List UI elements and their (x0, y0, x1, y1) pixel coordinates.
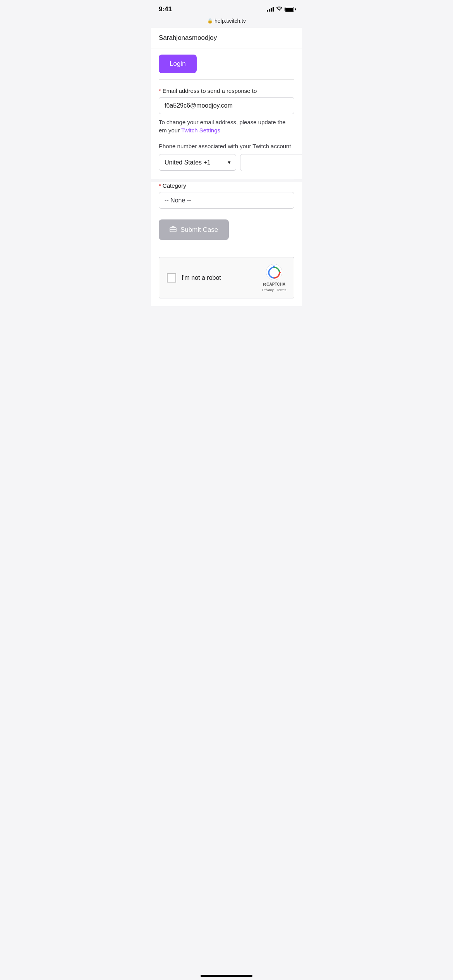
lock-icon: 🔒 (207, 18, 213, 24)
battery-icon (285, 7, 294, 12)
email-label: * Email address to send a response to (159, 87, 294, 94)
briefcase-icon (170, 226, 177, 234)
recaptcha-logo-icon (266, 264, 283, 281)
login-section: Login (151, 48, 302, 79)
email-value: f6a529c6@moodjoy.com (159, 97, 294, 114)
phone-row: United States +1 ▼ (159, 154, 294, 171)
twitch-settings-link[interactable]: Twitch Settings (181, 127, 220, 134)
recaptcha-section: I'm not a robot reCAPTCHA Privacy - Term… (151, 249, 302, 306)
signal-icon (267, 7, 274, 12)
required-star-category: * (159, 182, 161, 189)
recaptcha-checkbox[interactable] (167, 273, 176, 283)
email-label-text: Email address to send a response to (163, 87, 257, 94)
email-section: * Email address to send a response to f6… (151, 80, 302, 134)
url-bar: 🔒 help.twitch.tv (151, 16, 302, 28)
phone-section: Phone number associated with your Twitch… (151, 142, 302, 179)
country-select-wrapper: United States +1 ▼ (159, 154, 236, 171)
submit-case-button[interactable]: Submit Case (159, 219, 229, 240)
email-helper-text: To change your email address, please upd… (159, 118, 294, 134)
username-input[interactable] (159, 34, 294, 42)
recaptcha-links: Privacy - Terms (262, 288, 286, 292)
username-section (151, 28, 302, 48)
phone-number-input[interactable] (240, 154, 302, 171)
category-label: * Category (159, 182, 294, 189)
recaptcha-privacy-link[interactable]: Privacy (262, 288, 274, 292)
recaptcha-label: I'm not a robot (182, 274, 221, 281)
recaptcha-right: reCAPTCHA Privacy - Terms (262, 264, 286, 292)
status-time: 9:41 (159, 5, 172, 13)
status-icons (267, 6, 294, 13)
recaptcha-terms-link[interactable]: Terms (277, 288, 287, 292)
category-select-wrapper: -- None -- (159, 192, 294, 209)
category-section: * Category -- None -- (151, 182, 302, 216)
country-select[interactable]: United States +1 (159, 154, 236, 171)
category-select[interactable]: -- None -- (159, 192, 294, 209)
status-bar: 9:41 (151, 0, 302, 16)
wifi-icon (276, 6, 282, 13)
recaptcha-left: I'm not a robot (167, 273, 221, 283)
category-label-text: Category (163, 182, 186, 189)
phone-label: Phone number associated with your Twitch… (159, 142, 294, 150)
submit-section: Submit Case (151, 216, 302, 249)
login-button[interactable]: Login (159, 55, 197, 73)
submit-case-label: Submit Case (180, 226, 218, 234)
required-star-email: * (159, 87, 161, 94)
url-text: help.twitch.tv (214, 18, 246, 24)
recaptcha-brand: reCAPTCHA (263, 282, 285, 286)
spacer-1 (151, 179, 302, 182)
recaptcha-box: I'm not a robot reCAPTCHA Privacy - Term… (159, 257, 294, 298)
